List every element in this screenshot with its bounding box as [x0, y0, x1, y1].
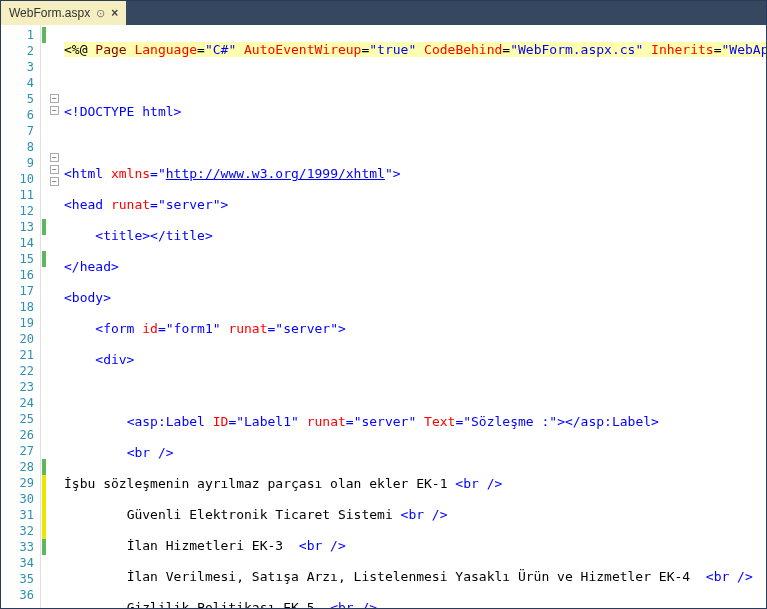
fold-toggle[interactable]: −	[50, 94, 59, 103]
file-tab[interactable]: WebForm.aspx ⊙ ×	[1, 1, 126, 25]
line-numbers: 1234567891011121314151617181920212223242…	[1, 25, 41, 608]
fold-toggle[interactable]: −	[50, 165, 59, 174]
fold-toggle[interactable]: −	[50, 177, 59, 186]
fold-column: −−−−−	[47, 25, 62, 608]
code-content[interactable]: <%@ Page Language="C#" AutoEventWireup="…	[62, 25, 766, 608]
close-icon[interactable]: ×	[111, 6, 118, 20]
tab-label: WebForm.aspx	[9, 6, 90, 20]
fold-toggle[interactable]: −	[50, 153, 59, 162]
tab-bar: WebForm.aspx ⊙ ×	[1, 1, 766, 25]
fold-toggle[interactable]: −	[50, 106, 59, 115]
editor-window: WebForm.aspx ⊙ × 12345678910111213141516…	[0, 0, 767, 609]
code-editor[interactable]: 1234567891011121314151617181920212223242…	[1, 25, 766, 608]
pin-icon[interactable]: ⊙	[96, 7, 105, 20]
